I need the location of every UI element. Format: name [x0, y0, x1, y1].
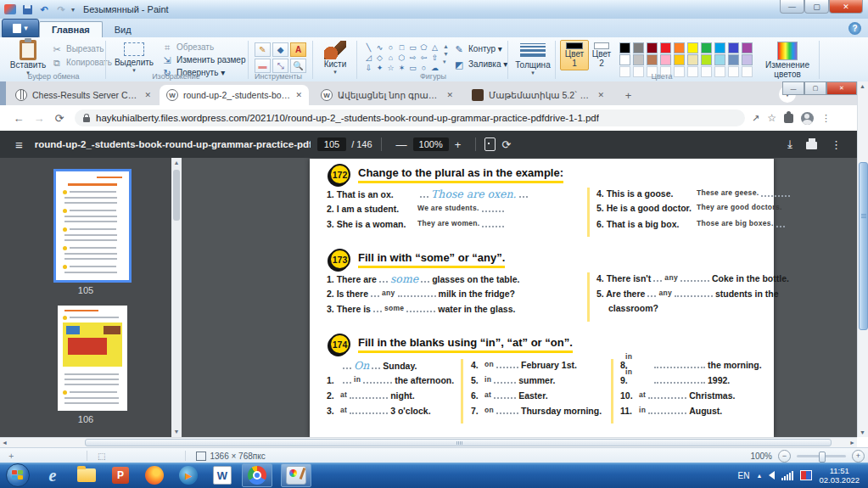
- tray-expand-icon[interactable]: ▲: [757, 473, 763, 479]
- qat-dropdown-icon[interactable]: ▾: [71, 6, 75, 14]
- palette-swatch[interactable]: [714, 54, 725, 65]
- palette-swatch[interactable]: [701, 54, 712, 65]
- zoom-out-button[interactable]: −: [778, 450, 791, 463]
- thickness-button[interactable]: Толщина ▾: [514, 42, 552, 76]
- taskbar-firefox-icon[interactable]: [143, 465, 165, 485]
- taskbar-word-icon[interactable]: W: [211, 465, 233, 485]
- taskbar-explorer-icon[interactable]: [76, 465, 98, 485]
- palette-swatch[interactable]: [701, 42, 712, 53]
- scroll-left-icon[interactable]: ◄: [2, 440, 8, 446]
- vertical-scrollbar-thumb[interactable]: [859, 162, 868, 330]
- undo-icon[interactable]: ↶: [37, 3, 51, 15]
- save-icon[interactable]: [20, 3, 34, 15]
- profile-avatar[interactable]: [801, 112, 814, 125]
- paint-file-menu-button[interactable]: ▾: [2, 19, 39, 37]
- taskbar-ie-icon[interactable]: e: [42, 465, 64, 485]
- browser-minimize-button[interactable]: —: [782, 81, 804, 95]
- scroll-up-icon[interactable]: ▲: [860, 83, 865, 89]
- pencil-tool-icon[interactable]: ✎: [255, 42, 271, 57]
- crop-button[interactable]: ⌗ Обрезать: [161, 42, 214, 53]
- start-button[interactable]: [6, 463, 30, 487]
- action-center-flag-icon[interactable]: [800, 470, 812, 480]
- magnifier-tool-icon[interactable]: 🔍: [290, 59, 306, 73]
- resize-button[interactable]: ⇲ Изменить размер: [161, 55, 245, 66]
- zoom-in-button[interactable]: +: [852, 450, 865, 463]
- taskbar-mediaplayer-icon[interactable]: ▶: [177, 465, 199, 485]
- color1-button[interactable]: Цвет 1: [560, 40, 589, 70]
- bookmark-star-icon[interactable]: ☆: [767, 112, 776, 124]
- download-icon[interactable]: ⤓: [787, 137, 792, 151]
- palette-swatch[interactable]: [647, 42, 658, 53]
- close-button[interactable]: ✕: [829, 0, 863, 14]
- help-icon[interactable]: ?: [848, 22, 861, 35]
- share-icon[interactable]: ↗: [752, 113, 759, 124]
- fit-page-icon[interactable]: [484, 137, 496, 151]
- palette-swatch[interactable]: [687, 42, 698, 53]
- minimize-button[interactable]: —: [780, 0, 804, 14]
- new-tab-button[interactable]: +: [621, 88, 636, 103]
- zoom-slider-thumb[interactable]: [819, 452, 826, 463]
- cut-button[interactable]: ✂ Вырезать: [51, 44, 104, 55]
- outline-button[interactable]: ✎ Контур ▾: [453, 44, 502, 55]
- scroll-down-icon[interactable]: ▼: [860, 429, 865, 435]
- zoom-in-icon[interactable]: +: [455, 138, 462, 151]
- palette-swatch[interactable]: [660, 42, 671, 53]
- forward-icon[interactable]: →: [29, 112, 49, 125]
- taskbar-chrome-icon[interactable]: [242, 463, 272, 487]
- palette-swatch[interactable]: [742, 54, 753, 65]
- eyedropper-tool-icon[interactable]: ⤡: [272, 59, 288, 73]
- edit-colors-button[interactable]: Изменение цветов: [759, 42, 815, 79]
- palette-swatch[interactable]: [674, 42, 685, 53]
- tab-close-icon[interactable]: ✕: [144, 91, 151, 99]
- pdf-menu-icon[interactable]: ≡: [15, 137, 23, 152]
- url-bar[interactable]: haykuhialberty.files.wordpress.com/2021/…: [75, 109, 745, 126]
- palette-swatch[interactable]: [619, 54, 630, 65]
- browser-menu-icon[interactable]: ⋮: [821, 113, 831, 124]
- paint-canvas[interactable]: Chess-Results Server Chess-resul ✕ W rou…: [0, 81, 857, 437]
- zoom-out-icon[interactable]: —: [396, 138, 407, 151]
- palette-swatch[interactable]: [660, 54, 671, 65]
- browser-tab-3[interactable]: W Ավելացնել նոր գրառում — Ա ✕: [314, 85, 460, 105]
- eraser-tool-icon[interactable]: ▬: [255, 59, 271, 73]
- copy-button[interactable]: ⧉ Копировать: [51, 58, 112, 69]
- shapes-scroll-arrows[interactable]: ▲▼▾: [443, 42, 449, 65]
- fill-tool-icon[interactable]: ◆: [272, 42, 288, 57]
- fill-button[interactable]: ◩ Заливка ▾: [453, 59, 507, 70]
- browser-maximize-button[interactable]: ▢: [804, 81, 826, 95]
- scroll-up-icon[interactable]: ▲: [171, 158, 182, 168]
- back-icon[interactable]: ←: [8, 112, 29, 125]
- horizontal-scrollbar-thumb[interactable]: [85, 439, 832, 446]
- sidebar-scrollbar[interactable]: ▲ ▼: [171, 158, 182, 437]
- browser-tab-1[interactable]: Chess-Results Server Chess-resul ✕: [8, 85, 158, 105]
- tab-view[interactable]: Вид: [103, 22, 143, 37]
- zoom-slider[interactable]: [797, 455, 846, 457]
- browser-tab-4[interactable]: Մաթեմատիկա 5.2` 2021-2022 – ✕: [465, 85, 611, 105]
- paint-vertical-scrollbar[interactable]: ▲ ▼: [857, 81, 868, 437]
- page-number-input[interactable]: 105: [317, 137, 346, 151]
- tab-close-icon[interactable]: ✕: [597, 91, 604, 99]
- lock-icon[interactable]: [83, 117, 90, 122]
- zoom-level[interactable]: 100%: [413, 137, 449, 151]
- clock[interactable]: 11:51 02.03.2022: [819, 466, 866, 485]
- thumbnail-page-105[interactable]: [56, 171, 129, 280]
- extensions-icon[interactable]: [784, 114, 793, 123]
- reload-icon[interactable]: ⟳: [49, 112, 70, 125]
- palette-swatch[interactable]: [742, 42, 753, 53]
- scroll-right-icon[interactable]: ►: [849, 440, 855, 446]
- volume-icon[interactable]: [769, 471, 775, 480]
- palette-swatch[interactable]: [619, 42, 630, 53]
- print-icon[interactable]: [806, 142, 817, 149]
- thumbnail-page-106[interactable]: [58, 306, 127, 411]
- text-tool-icon[interactable]: A: [290, 42, 306, 57]
- palette-swatch[interactable]: [687, 54, 698, 65]
- pdf-more-icon[interactable]: ⋮: [831, 138, 842, 151]
- paint-app-icon[interactable]: [3, 3, 17, 15]
- browser-tab-2-active[interactable]: W round-up-2_-students-book-rou ✕: [160, 85, 309, 105]
- network-icon[interactable]: [781, 471, 793, 480]
- palette-swatch[interactable]: [728, 54, 739, 65]
- browser-close-button[interactable]: ✕: [826, 81, 857, 95]
- palette-swatch[interactable]: [633, 54, 644, 65]
- paste-button[interactable]: Вставить ▾: [8, 40, 48, 76]
- paint-horizontal-scrollbar[interactable]: ◄ ►: [0, 437, 857, 447]
- palette-swatch[interactable]: [647, 54, 658, 65]
